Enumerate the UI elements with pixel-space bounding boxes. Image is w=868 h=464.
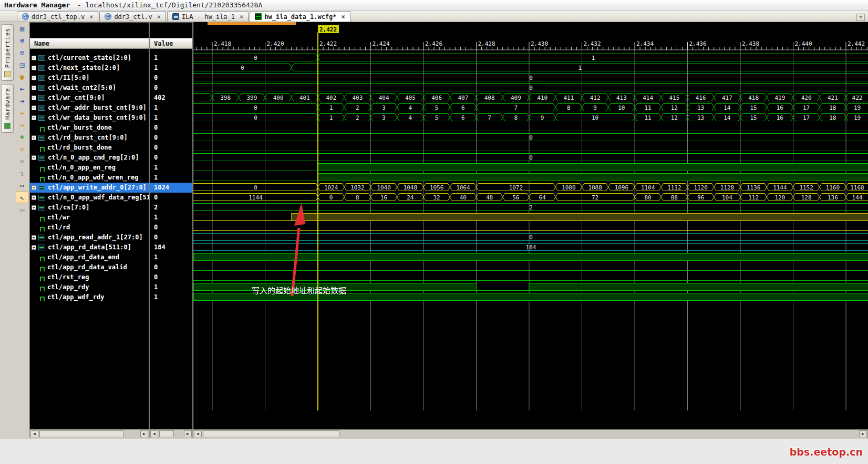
signal-row[interactable]: ctl/wr_burst_done	[30, 123, 149, 133]
add-signal-icon[interactable]: +	[16, 131, 28, 143]
signal-row[interactable]: ctl/n_0_app_wdf_wren_reg	[30, 173, 149, 183]
expand-icon[interactable]: +	[32, 185, 36, 190]
signal-row[interactable]: +ctl/app_write_addr_0[27:0]	[30, 183, 149, 193]
expand-icon[interactable]: +	[32, 106, 36, 110]
measure-icon[interactable]: ↔	[16, 180, 28, 191]
wave-ctl-wait_cnt2-5-0-[interactable]: 0	[193, 84, 868, 91]
insert-before-icon[interactable]: «	[16, 143, 28, 155]
signal-row[interactable]: +ctl/wr_addr_burst_cnt[9:0]	[30, 103, 149, 113]
zoom-range-icon[interactable]: ◉	[16, 71, 28, 82]
signal-row[interactable]: +ctl/cs[7:0]	[30, 203, 149, 213]
expand-icon[interactable]: +	[32, 96, 36, 100]
signal-row[interactable]: +ctl/app_rd_data[511:0]	[30, 242, 149, 252]
signal-row[interactable]: ctl/app_wdf_rdy	[30, 292, 149, 302]
wave-ctl-wr[interactable]	[193, 214, 868, 221]
value-panel-scrollbar[interactable]: ◀▶	[149, 429, 193, 438]
signal-row[interactable]: +ctl/current_state[2:0]	[30, 53, 149, 63]
side-tab-hardware[interactable]: Hardware	[1, 84, 14, 133]
wave-ctl-wr_addr_burst_cnt-9-0-[interactable]: 012345678910111213141516171819	[193, 104, 868, 111]
expand-icon[interactable]: +	[32, 115, 36, 120]
tab-hw_ila_data_1.wcfg-[interactable]: hw_ila_data_1.wcfg*×	[250, 11, 350, 22]
wave-ctl-app_read_addr_1-27-0-[interactable]: 0	[193, 234, 868, 241]
name-panel-scrollbar[interactable]: ◀▶	[29, 429, 149, 438]
svg-text:403: 403	[352, 94, 363, 101]
signal-row[interactable]: ctl/rst_reg	[30, 272, 149, 282]
expand-icon[interactable]: +	[32, 66, 36, 70]
wave-ctl-next_state-2-0-[interactable]: 01	[193, 64, 868, 71]
wave-ctl-cs-7-0-[interactable]: 2	[193, 204, 868, 211]
scroll-thumb[interactable]	[159, 430, 174, 437]
insert-after-icon[interactable]: »	[16, 155, 28, 167]
expand-icon[interactable]: +	[32, 86, 36, 90]
collapse-icon[interactable]: ↴	[16, 167, 28, 179]
expand-icon[interactable]: +	[32, 56, 36, 60]
signal-row[interactable]: ctl/rd	[30, 223, 149, 233]
zoom-fit-icon[interactable]: ◳	[16, 59, 28, 70]
expand-icon[interactable]: +	[32, 235, 36, 240]
scroll-thumb[interactable]	[39, 430, 123, 437]
scroll-right-icon[interactable]: ▶	[859, 430, 867, 437]
expand-icon[interactable]: +	[32, 245, 36, 250]
go-to-start-icon[interactable]: ⇤	[16, 83, 28, 94]
wave-ctl-app_rd_data-511-0-[interactable]: 184	[193, 244, 868, 251]
wave-ctl-I1-5-0-[interactable]: 0	[193, 74, 868, 81]
expand-icon[interactable]: +	[32, 76, 36, 80]
side-tab-properties[interactable]: Properties	[1, 24, 14, 81]
bit-signal-icon	[40, 297, 45, 301]
tab-ddr3_ctl_top.v[interactable]: veddr3_ctl_top.v×	[17, 11, 98, 22]
waveform-scrollbar[interactable]: ◀▶	[193, 429, 868, 438]
zoom-out-icon[interactable]: ⊖	[16, 47, 28, 58]
expand-icon[interactable]: +	[32, 135, 36, 140]
tab-close-icon[interactable]: ×	[157, 13, 161, 20]
wave-ctl-n_0_app_wdf_wren_reg[interactable]	[193, 174, 868, 181]
waveform-viewer[interactable]: 2,4182,4202,4222,4242,4262,4282,4302,432…	[193, 22, 868, 429]
tab-overflow-icon[interactable]: ≡	[856, 14, 865, 21]
signal-row[interactable]: ctl/n_0_app_en_reg	[30, 163, 149, 173]
snap-mode-icon[interactable]: ▭	[16, 204, 28, 215]
select-pointer-icon[interactable]: ↖	[16, 192, 28, 203]
next-transition-icon[interactable]: ↪	[16, 119, 28, 131]
scroll-right-icon[interactable]: ▶	[140, 430, 148, 437]
wave-ctl-rd_burst_cnt-9-0-[interactable]: 0	[193, 134, 868, 141]
signal-row[interactable]: +ctl/wait_cnt2[5:0]	[30, 83, 149, 93]
expand-icon[interactable]: +	[32, 195, 36, 200]
wave-ctl-wr_cnt-9-0-[interactable]: 3983994004014024034044054064074084094104…	[193, 94, 868, 101]
wave-ctl-n_0_app_cmd_reg-2-0-[interactable]: 0	[193, 154, 868, 161]
signal-row[interactable]: +ctl/I1[5:0]	[30, 73, 149, 83]
scroll-right-icon[interactable]: ▶	[184, 430, 192, 437]
wave-ctl-current_state-2-0-[interactable]: 01	[193, 54, 868, 61]
scroll-thumb[interactable]	[203, 430, 339, 437]
previous-transition-icon[interactable]: ↩	[16, 107, 28, 119]
svg-text:8: 8	[514, 114, 518, 121]
signal-row[interactable]: ctl/app_rdy	[30, 282, 149, 292]
signal-row[interactable]: ctl/app_rd_data_valid	[30, 262, 149, 272]
tab-ILA-hw_ila_1[interactable]: ILA - hw_ila_1×	[167, 11, 249, 22]
go-to-end-icon[interactable]: ⇥	[16, 95, 28, 107]
tab-close-icon[interactable]: ×	[89, 13, 93, 20]
signal-row[interactable]: ctl/rd_burst_done	[30, 143, 149, 153]
zoom-in-icon[interactable]: ⊕	[16, 35, 28, 46]
signal-row[interactable]: ctl/wr	[30, 213, 149, 223]
signal-row[interactable]: +ctl/wr_cnt[9:0]	[30, 93, 149, 103]
signal-row[interactable]: +ctl/next_state[2:0]	[30, 63, 149, 73]
signal-row[interactable]: +ctl/wr_data_burst_cnt[9:0]	[30, 113, 149, 123]
tab-ddr3_ctl.v[interactable]: veddr3_ctl.v×	[99, 11, 166, 22]
expand-icon[interactable]: +	[32, 205, 36, 210]
save-waveform-icon[interactable]: ▦	[16, 23, 28, 34]
wave-ctl-app_write_addr_0-27-0-[interactable]: 0102410321040104810561064107210801088109…	[193, 184, 868, 191]
wave-ctl-n_0_app_en_reg[interactable]	[193, 164, 868, 171]
tab-close-icon[interactable]: ×	[342, 13, 345, 20]
wave-canvas[interactable]: 2,4182,4202,4222,4242,4262,4282,4302,432…	[193, 22, 868, 429]
signal-row[interactable]: +ctl/app_read_addr_1[27:0]	[30, 233, 149, 242]
signal-row[interactable]: +ctl/rd_burst_cnt[9:0]	[30, 133, 149, 143]
signal-row[interactable]: ctl/app_rd_data_end	[30, 252, 149, 262]
tab-close-icon[interactable]: ×	[240, 13, 243, 20]
signal-row[interactable]: +ctl/n_0_app_wdf_data_reg[511:0]	[30, 193, 149, 203]
scroll-left-icon[interactable]: ◀	[194, 430, 202, 437]
signal-row[interactable]: +ctl/n_0_app_cmd_reg[2:0]	[30, 153, 149, 163]
wave-ctl-wr_data_burst_cnt-9-0-[interactable]: 012345678910111213141516171819	[193, 114, 868, 121]
scroll-left-icon[interactable]: ◀	[150, 430, 158, 437]
expand-icon[interactable]: +	[32, 155, 36, 160]
wave-ctl-n_0_app_wdf_data_reg-511-0-[interactable]: 1144081624324048566472808896104112120128…	[193, 194, 868, 201]
scroll-left-icon[interactable]: ◀	[30, 430, 38, 437]
